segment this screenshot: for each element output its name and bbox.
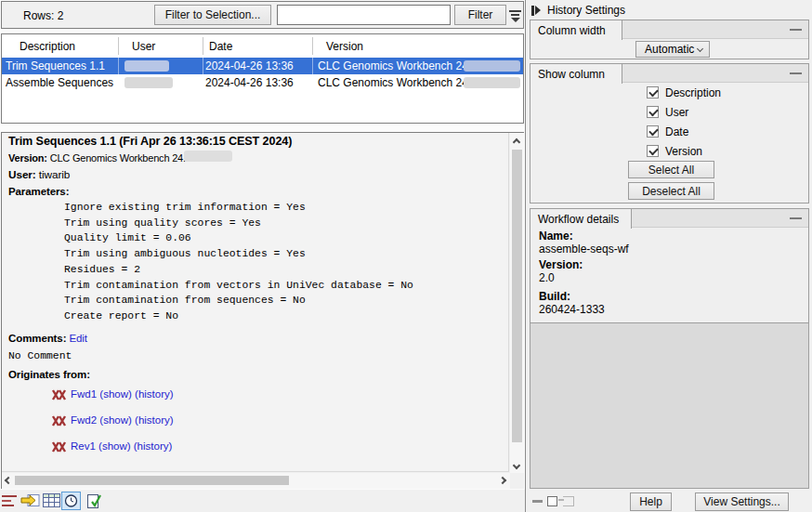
checkbox-checked[interactable] [647, 125, 659, 138]
originates-from-label: Originates from: [8, 368, 90, 381]
no-comment-text: No Comment [8, 349, 72, 362]
collapse-panel-icon [531, 6, 534, 16]
history-lines-icon[interactable] [2, 495, 17, 506]
col-header-version[interactable]: Version [326, 40, 363, 53]
sequence-xx-icon [51, 415, 67, 427]
vertical-scrollbar[interactable] [510, 133, 524, 473]
notes-check-icon[interactable] [85, 493, 102, 512]
origin-row: Rev1 (show) (history) [51, 440, 478, 453]
cell-description: Assemble Sequences [6, 76, 113, 89]
show-column-section: Show column Description User Date Versio… [530, 63, 809, 203]
checkbox-label: User [665, 106, 688, 119]
workflow-version-value: 2.0 [539, 271, 555, 284]
col-header-date[interactable]: Date [209, 40, 232, 53]
show-column-tab[interactable]: Show column [530, 64, 622, 84]
parameter-line: Trim contamination from vectors in UniVe… [64, 278, 413, 294]
filter-to-selection-button[interactable]: Filter to Selection... [154, 5, 271, 25]
origin-row: Fwd2 (show) (history) [51, 414, 478, 427]
details-comments-line: Comments: Edit [8, 332, 87, 345]
cell-version: CLC Genomics Workbench 24. [318, 59, 471, 72]
checkbox-checked[interactable] [647, 145, 659, 157]
details-viewport: Trim Sequences 1.1 (Fri Apr 26 13:36:15 … [2, 133, 509, 472]
settings-panel-title: History Settings [547, 4, 625, 17]
scrollbar-corner [510, 473, 524, 489]
origin-show-link[interactable]: (show) [99, 388, 132, 400]
help-button[interactable]: Help [630, 492, 672, 511]
origin-name-link[interactable]: Fwd1 [71, 388, 97, 400]
select-all-button[interactable]: Select All [628, 161, 714, 178]
details-parameters-label: Parameters: [8, 185, 69, 198]
parameter-line: Trim using ambiguous nucleotides = Yes [64, 246, 413, 262]
clc-history-window: Rows: 2 Filter to Selection... Filter De… [0, 0, 812, 512]
sequence-xx-icon [51, 389, 67, 400]
origin-row: Fwd1 (show) (history) [51, 388, 478, 401]
collapse-section-icon[interactable] [790, 29, 802, 31]
checkbox-checked[interactable] [647, 106, 659, 118]
dock-side-icon [563, 496, 574, 506]
collapse-section-icon[interactable] [790, 72, 802, 74]
settings-panel-header[interactable]: History Settings [531, 3, 625, 18]
parameter-line: Trim using quality scores = Yes [64, 216, 413, 231]
details-version-line: Version: CLC Genomics Workbench 24. [8, 151, 186, 164]
table-row[interactable]: Assemble Sequences 2024-04-26 13:36 CLC … [2, 74, 523, 90]
column-width-section: Column width Automatic [530, 20, 809, 59]
col-header-description[interactable]: Description [20, 40, 75, 53]
origin-history-link[interactable]: (history) [135, 388, 174, 400]
filter-funnel-icon[interactable] [508, 8, 523, 23]
parameter-line: Trim contamination from sequences = No [64, 293, 413, 309]
horizontal-scroll-thumb[interactable] [15, 476, 289, 485]
checkbox-label: Date [665, 125, 688, 138]
redacted-version-detail [184, 151, 232, 162]
workflow-build-value: 260424-1333 [539, 303, 605, 316]
workflow-version-label: Version: [539, 258, 583, 271]
deselect-all-button[interactable]: Deselect All [628, 182, 714, 200]
column-width-dropdown[interactable]: Automatic [635, 41, 710, 58]
checkbox-label: Description [665, 86, 721, 99]
view-switch-bar [0, 490, 526, 512]
workflow-name-label: Name: [539, 230, 573, 243]
table-view-icon[interactable] [43, 493, 60, 510]
filter-input[interactable] [277, 5, 451, 25]
checkbox-checked[interactable] [647, 86, 659, 98]
parameter-line: Create report = No [64, 309, 413, 324]
workflow-details-tab[interactable]: Workflow details [530, 209, 632, 229]
scroll-right-icon[interactable] [499, 477, 506, 484]
collapse-section-icon[interactable] [790, 217, 802, 219]
float-window-icon[interactable] [547, 496, 557, 506]
origin-name-link[interactable]: Fwd2 [71, 414, 97, 426]
redacted-user [124, 77, 173, 88]
scroll-up-icon[interactable] [513, 138, 520, 146]
origin-history-link[interactable]: (history) [134, 440, 173, 452]
collapse-icon[interactable] [532, 500, 543, 503]
cell-date: 2024-04-26 13:36 [205, 59, 294, 72]
sequence-xx-icon [51, 441, 67, 453]
edit-comments-link[interactable]: Edit [69, 333, 86, 344]
parameters-list: Ignore existing trim information = YesTr… [64, 200, 413, 324]
details-user-line: User: tiwarib [8, 168, 70, 181]
filter-button[interactable]: Filter [454, 5, 506, 25]
horizontal-scrollbar[interactable] [2, 473, 510, 489]
view-settings-button[interactable]: View Settings... [695, 492, 789, 511]
scroll-down-icon[interactable] [513, 462, 520, 469]
workflow-name-value: assemble-seqs-wf [539, 243, 629, 256]
scroll-left-icon[interactable] [5, 477, 12, 484]
origin-history-link[interactable]: (history) [135, 414, 174, 426]
cell-version: CLC Genomics Workbench 24 [318, 76, 468, 89]
settings-panel-filler [530, 323, 809, 489]
workflow-build-label: Build: [539, 290, 570, 303]
settings-bottom-bar: Help View Settings... [526, 490, 812, 512]
origin-name-link[interactable]: Rev1 [71, 440, 96, 452]
checkbox-label: Version [665, 145, 702, 158]
history-clock-icon[interactable] [61, 492, 81, 510]
origin-show-link[interactable]: (show) [99, 414, 132, 426]
column-width-tab[interactable]: Column width [530, 20, 622, 40]
element-info-icon[interactable] [20, 493, 41, 511]
workflow-details-section: Workflow details Name: assemble-seqs-wf … [530, 208, 809, 323]
origin-show-link[interactable]: (show) [98, 440, 131, 452]
col-header-user[interactable]: User [132, 40, 155, 53]
history-details-panel: Trim Sequences 1.1 (Fri Apr 26 13:36:15 … [1, 132, 524, 489]
details-title: Trim Sequences 1.1 (Fri Apr 26 13:36:15 … [8, 135, 292, 148]
rows-count-label: Rows: 2 [23, 9, 63, 22]
vertical-scroll-thumb[interactable] [512, 150, 522, 442]
table-row[interactable]: Trim Sequences 1.1 2024-04-26 13:36 CLC … [2, 58, 523, 74]
